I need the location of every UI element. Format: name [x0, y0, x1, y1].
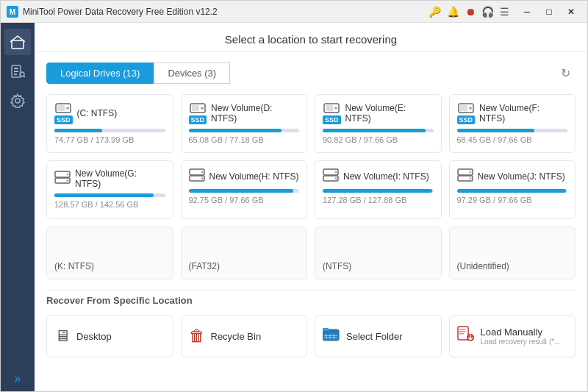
svg-point-9: [15, 99, 20, 103]
svg-rect-11: [57, 105, 65, 111]
settings-icon: [10, 93, 25, 108]
drive-progress-fill-i: [323, 189, 432, 193]
svg-rect-6: [14, 74, 17, 75]
drive-progress-fill-j: [457, 189, 567, 193]
app-icon: M: [7, 6, 18, 18]
svg-point-29: [201, 177, 203, 179]
svg-text:M: M: [10, 8, 15, 16]
titlebar: M MiniTool Power Data Recovery Free Edit…: [1, 1, 587, 23]
svg-point-32: [335, 171, 337, 174]
drive-progress-bg-j: [457, 189, 568, 193]
drive-progress-bg-f: [457, 129, 568, 132]
svg-point-15: [201, 107, 204, 110]
tab-bar: Logical Drives (13) Devices (3) ↻: [46, 63, 576, 84]
svg-rect-38: [323, 329, 339, 341]
drive-hdd-icon-f: SSD: [457, 102, 476, 124]
refresh-button[interactable]: ↻: [555, 63, 576, 84]
location-info-load: Load Manually Load recovery result (*...: [481, 327, 561, 346]
drive-card-g[interactable]: New Volume(G: NTFS) 128.57 GB / 142.56 G…: [46, 160, 173, 219]
drive-progress-fill-e: [323, 129, 426, 132]
location-label-recycle: Recycle Bin: [211, 331, 262, 342]
svg-rect-47: [459, 329, 465, 330]
bell-icon[interactable]: 🔔: [447, 6, 459, 18]
drive-hdd-icon: SSD: [54, 102, 73, 124]
header-title: Select a location to start recovering: [225, 33, 397, 46]
svg-point-37: [469, 177, 471, 179]
sidebar-item-recover[interactable]: [4, 58, 31, 85]
sidebar-item-settings[interactable]: [4, 88, 31, 114]
drive-progress-fill-f: [457, 129, 534, 132]
drive-card-d[interactable]: SSD New Volume(D: NTFS) 65.08 GB / 77.18…: [181, 94, 308, 153]
desktop-icon: 🖥: [54, 327, 71, 346]
location-load-manually[interactable]: Load Manually Load recovery result (*...: [449, 315, 576, 357]
drive-size-c: 74.77 GB / 173.99 GB: [54, 135, 165, 144]
specific-location-title: Recover From Specific Location: [46, 290, 576, 306]
drive-label-c: (C: NTFS): [77, 108, 118, 118]
drive-label-unidentified: (Unidentified): [457, 261, 509, 271]
drive-hdd-icon-g: [54, 171, 71, 187]
drive-progress-bg: [54, 129, 165, 132]
drive-card-e[interactable]: SSD New Volume(E: NTFS) 90.82 GB / 97.66…: [315, 94, 442, 153]
drive-size-e: 90.82 GB / 97.66 GB: [323, 135, 434, 144]
minimize-button[interactable]: ─: [517, 4, 537, 19]
drive-card-f[interactable]: SSD New Volume(F: NTFS) 68.45 GB / 97.66…: [449, 94, 576, 153]
drive-progress-fill-d: [189, 129, 282, 132]
drive-progress-fill-h: [189, 189, 294, 193]
svg-rect-48: [459, 331, 465, 332]
drive-label-fat32: (FAT32): [189, 261, 220, 271]
svg-rect-4: [14, 68, 18, 69]
headphone-icon[interactable]: 🎧: [481, 6, 494, 18]
drive-card-unidentified[interactable]: (Unidentified): [449, 227, 576, 279]
record-icon[interactable]: ⏺: [465, 6, 476, 18]
svg-rect-40: [323, 328, 329, 331]
svg-point-18: [334, 107, 337, 110]
drive-size-i: 127.28 GB / 127.88 GB: [323, 196, 434, 204]
location-desktop[interactable]: 🖥 Desktop: [46, 315, 173, 357]
maximize-button[interactable]: □: [539, 4, 559, 19]
menu-icon[interactable]: ☰: [500, 6, 509, 18]
drive-card-fat32[interactable]: (FAT32): [181, 227, 308, 279]
drives-grid: SSD (C: NTFS) 74.77 GB / 173.99 GB: [46, 94, 576, 279]
drive-label-ntfs: (NTFS): [323, 261, 351, 271]
drive-label-g: New Volume(G: NTFS): [75, 168, 165, 189]
drive-progress-bg-e: [323, 129, 434, 132]
drive-size-f: 68.45 GB / 97.66 GB: [457, 135, 568, 144]
drive-size-h: 92.75 GB / 97.66 GB: [189, 196, 300, 204]
drive-label-k: (K: NTFS): [54, 261, 94, 271]
sidebar-item-home[interactable]: [4, 29, 31, 55]
drive-label-h: New Volume(H: NTFS): [209, 171, 299, 182]
expand-icon[interactable]: »: [15, 372, 21, 385]
drive-card-k[interactable]: (K: NTFS): [46, 227, 173, 279]
drive-size-g: 128.57 GB / 142.56 GB: [54, 200, 165, 209]
drive-card-j[interactable]: New Volume(J: NTFS) 97.29 GB / 97.66 GB: [449, 160, 576, 219]
tab-logical-drives[interactable]: Logical Drives (13): [46, 63, 154, 84]
close-button[interactable]: ✕: [561, 4, 581, 19]
tab-devices[interactable]: Devices (3): [154, 63, 230, 84]
key-icon[interactable]: 🔑: [429, 6, 441, 18]
drive-label-i: New Volume(I: NTFS): [343, 171, 429, 182]
location-grid: 🖥 Desktop 🗑 Recycle Bin: [46, 315, 576, 357]
drive-label-e: New Volume(E: NTFS): [345, 103, 434, 124]
ssd-badge-f: SSD: [457, 115, 476, 124]
drive-hdd-icon-h: [189, 168, 205, 185]
folder-icon: [323, 327, 340, 346]
drive-card-c[interactable]: SSD (C: NTFS) 74.77 GB / 173.99 GB: [46, 94, 173, 153]
drive-size-d: 65.08 GB / 77.18 GB: [189, 135, 300, 144]
svg-rect-2: [12, 40, 24, 49]
svg-point-36: [469, 171, 471, 174]
drive-label-f: New Volume(F: NTFS): [479, 103, 567, 124]
load-icon: [457, 326, 475, 346]
home-icon: [10, 35, 25, 49]
drive-card-i[interactable]: New Volume(I: NTFS) 127.28 GB / 127.88 G…: [315, 160, 442, 219]
svg-point-33: [335, 177, 337, 179]
drive-card-ntfs[interactable]: (NTFS): [315, 227, 442, 279]
app-container: » Select a location to start recovering …: [1, 23, 587, 392]
location-select-folder[interactable]: Select Folder: [315, 315, 442, 357]
page-header: Select a location to start recovering: [35, 23, 587, 52]
ssd-badge-d: SSD: [189, 115, 207, 124]
titlebar-tool-icons: 🔑 🔔 ⏺ 🎧 ☰: [429, 6, 509, 18]
drive-card-h[interactable]: New Volume(H: NTFS) 92.75 GB / 97.66 GB: [181, 160, 308, 219]
svg-rect-14: [192, 105, 199, 111]
drive-progress-fill: [54, 129, 102, 132]
location-recycle-bin[interactable]: 🗑 Recycle Bin: [181, 315, 308, 357]
